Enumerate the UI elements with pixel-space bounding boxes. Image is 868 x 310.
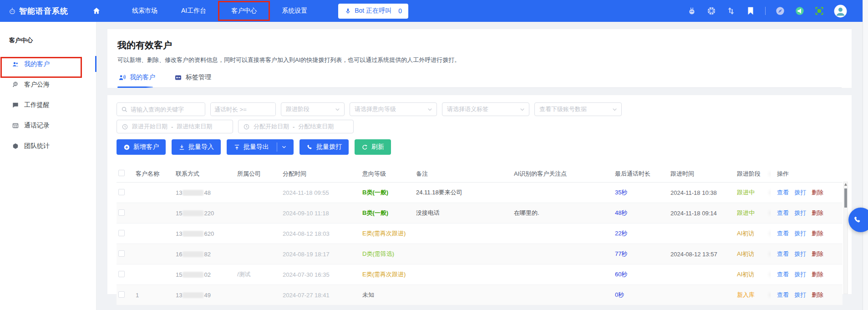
batch-import-button[interactable]: 批量导入 <box>172 139 221 155</box>
row-checkbox[interactable] <box>118 250 125 257</box>
dial-link[interactable]: 拨打 <box>794 270 806 279</box>
row-checkbox-cell <box>117 230 136 238</box>
dial-link[interactable]: 拨打 <box>794 250 806 258</box>
scrollbar-thumb[interactable] <box>844 188 847 208</box>
view-link[interactable]: 查看 <box>777 188 789 197</box>
delete-link[interactable]: 删除 <box>812 270 823 279</box>
phone-suffix: 48 <box>204 189 210 196</box>
dial-link[interactable]: 拨打 <box>794 229 806 238</box>
column-header: 备注 <box>416 170 514 178</box>
aperture-icon[interactable] <box>706 6 716 16</box>
view-link[interactable]: 查看 <box>777 270 789 279</box>
chat-icon <box>12 102 19 109</box>
intent-level-select[interactable]: 请选择意向等级 <box>350 102 437 116</box>
phone-redaction <box>183 292 203 298</box>
delete-link[interactable]: 删除 <box>812 229 823 238</box>
phone-cell: 13620 <box>176 230 237 237</box>
customer-name-cell: 1 <box>136 292 176 299</box>
note-cell: 24.11.18要来公司 <box>416 188 514 197</box>
semantic-tag-select[interactable]: 请选择语义标签 <box>442 102 529 116</box>
select-all-checkbox[interactable] <box>118 170 125 176</box>
add-customer-button[interactable]: 新增客户 <box>117 139 166 155</box>
sidebar-section-title: 客户中心 <box>0 22 96 54</box>
bot-calling-button[interactable]: Bot 正在呼叫 0 <box>338 4 408 19</box>
last-call-duration-cell: 22秒 <box>615 229 670 238</box>
nav-menu: 线索市场AI工作台客户中心系统设置 <box>120 0 319 21</box>
clock-icon <box>122 123 128 130</box>
search-globe-icon <box>12 81 19 88</box>
keyword-input[interactable] <box>117 103 205 116</box>
filter-row-1: 跟进阶段 请选择意向等级 请选择语义标签 查看下级账号数据 <box>117 102 843 116</box>
view-link[interactable]: 查看 <box>777 229 789 238</box>
nav-item-annotated[interactable]: 客户中心 <box>218 1 270 21</box>
follow-stage-cell: AI初访 <box>737 250 771 258</box>
view-link[interactable]: 查看 <box>777 291 789 299</box>
call-duration-input[interactable] <box>211 103 275 116</box>
delete-link[interactable]: 删除 <box>812 188 823 197</box>
column-header: 分配时间 <box>283 170 362 178</box>
row-checkbox[interactable] <box>118 230 125 236</box>
announcement-icon[interactable] <box>795 6 805 16</box>
phone-cell: 1348 <box>176 189 237 196</box>
batch-export-button[interactable]: 批量导出 <box>227 139 294 155</box>
navbar-icon-group <box>687 5 860 18</box>
row-checkbox[interactable] <box>118 209 125 216</box>
last-call-duration-cell: 77秒 <box>615 250 670 258</box>
intent-level-placeholder: 请选择意向等级 <box>355 105 396 113</box>
compass-icon[interactable] <box>775 6 785 16</box>
follow-stage-placeholder: 跟进阶段 <box>286 105 310 113</box>
table-scrollbar[interactable] <box>843 182 848 294</box>
home-icon[interactable] <box>92 6 101 15</box>
app-logo: 智能语音系统 <box>8 6 68 16</box>
sort-arrows-icon[interactable] <box>726 6 736 16</box>
robot-icon[interactable] <box>687 6 697 16</box>
assign-date-range[interactable]: 分配开始日期 - 分配结束日期 <box>238 120 354 133</box>
user-avatar[interactable] <box>834 5 847 18</box>
company-cell: /测试 <box>237 270 283 279</box>
row-checkbox[interactable] <box>118 189 125 195</box>
nav-item[interactable]: AI工作台 <box>181 0 206 21</box>
follow-stage-select[interactable]: 跟进阶段 <box>281 102 345 116</box>
select-all-cell <box>117 170 136 178</box>
batch-dial-button[interactable]: 批量拨打 <box>299 139 349 155</box>
row-checkbox[interactable] <box>118 291 125 298</box>
row-actions-cell: 查看拨打删除 <box>771 250 843 258</box>
follow-date-end: 跟进结束日期 <box>177 122 212 131</box>
sidebar-item[interactable]: 工作提醒 <box>0 95 96 115</box>
tab-tag-management[interactable]: 标签管理 <box>173 73 212 87</box>
view-link[interactable]: 查看 <box>777 209 789 217</box>
page-scrollbar[interactable] <box>863 0 868 310</box>
view-link[interactable]: 查看 <box>777 250 789 258</box>
delete-link[interactable]: 删除 <box>812 291 823 299</box>
table-row: 13482024-11-18 09:55B类(一般)24.11.18要来公司35… <box>117 183 843 203</box>
subaccount-data-select[interactable]: 查看下级账号数据 <box>534 102 622 116</box>
screenshot-icon[interactable] <box>814 6 824 16</box>
scroll-up-arrow[interactable] <box>844 183 847 186</box>
dial-link[interactable]: 拨打 <box>794 188 806 197</box>
phone-suffix: 02 <box>204 271 210 278</box>
assigned-time-cell: 2024-09-10 11:18 <box>283 210 362 217</box>
hexagon-icon <box>12 142 19 150</box>
sidebar-item[interactable]: 我的客户 <box>0 54 96 74</box>
chevron-down-icon[interactable] <box>281 144 287 150</box>
phone-redaction <box>183 272 203 278</box>
bookmark-icon[interactable] <box>746 6 756 16</box>
dial-link[interactable]: 拨打 <box>794 209 806 217</box>
sidebar-item[interactable]: 通话记录 <box>0 115 96 136</box>
follow-date-range[interactable]: 跟进开始日期 - 跟进结束日期 <box>117 120 233 133</box>
sidebar-item[interactable]: 客户公海 <box>0 74 96 95</box>
nav-item[interactable]: 线索市场 <box>132 0 157 21</box>
nav-item[interactable]: 系统设置 <box>282 0 307 21</box>
phone-prefix: 13 <box>176 292 182 299</box>
delete-link[interactable]: 删除 <box>812 209 823 217</box>
dial-link[interactable]: 拨打 <box>794 291 806 299</box>
phone-suffix: 620 <box>204 230 214 237</box>
sidebar-item[interactable]: 团队统计 <box>0 136 96 156</box>
row-checkbox-cell <box>117 209 136 217</box>
delete-link[interactable]: 删除 <box>812 250 823 258</box>
column-header: 意向等级 <box>362 170 416 178</box>
row-checkbox-cell <box>117 189 136 197</box>
refresh-button[interactable]: 刷新 <box>355 139 391 155</box>
row-checkbox[interactable] <box>118 271 125 277</box>
tab-my-customers[interactable]: 我的客户 <box>117 73 156 87</box>
